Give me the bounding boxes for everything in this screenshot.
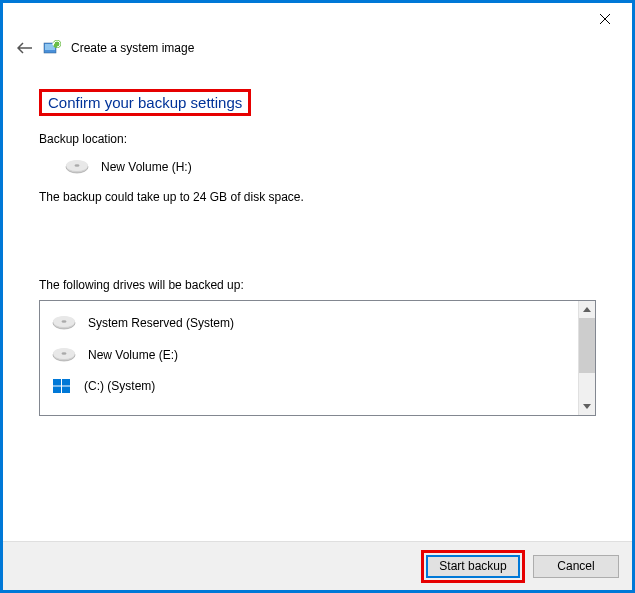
size-info: The backup could take up to 24 GB of dis…	[39, 190, 596, 204]
titlebar	[3, 3, 632, 35]
drives-label: The following drives will be backed up:	[39, 278, 596, 292]
scroll-track[interactable]	[579, 373, 595, 398]
drive-name: New Volume (E:)	[88, 348, 178, 362]
drive-name: (C:) (System)	[84, 379, 155, 393]
backup-location-label: Backup location:	[39, 132, 596, 146]
svg-rect-16	[62, 379, 70, 386]
heading-highlight: Confirm your backup settings	[39, 89, 251, 116]
svg-rect-17	[53, 387, 61, 394]
drive-icon	[52, 346, 76, 364]
start-backup-highlight: Start backup	[421, 550, 525, 583]
drives-list-inner: System Reserved (System) New Volume (E:)…	[40, 301, 578, 415]
footer: Start backup Cancel	[3, 541, 632, 590]
svg-point-8	[75, 164, 80, 166]
drive-icon	[52, 314, 76, 332]
drives-list: System Reserved (System) New Volume (E:)…	[39, 300, 596, 416]
drive-name: System Reserved (System)	[88, 316, 234, 330]
svg-rect-18	[62, 387, 70, 394]
list-item[interactable]: (C:) (System)	[48, 371, 570, 401]
scroll-thumb[interactable]	[579, 318, 595, 373]
content-area: Confirm your backup settings Backup loca…	[3, 67, 632, 416]
heading: Confirm your backup settings	[48, 94, 242, 111]
system-image-icon	[43, 39, 61, 57]
drive-icon	[65, 158, 89, 176]
scroll-up-button[interactable]	[579, 301, 595, 318]
svg-point-14	[62, 352, 67, 354]
scroll-down-button[interactable]	[579, 398, 595, 415]
start-backup-button[interactable]: Start backup	[426, 555, 520, 578]
back-button[interactable]	[17, 40, 33, 56]
svg-rect-15	[53, 379, 61, 386]
svg-marker-20	[583, 404, 591, 409]
close-button[interactable]	[590, 7, 620, 31]
list-item[interactable]: New Volume (E:)	[48, 339, 570, 371]
cancel-button[interactable]: Cancel	[533, 555, 619, 578]
backup-location-row: New Volume (H:)	[39, 158, 596, 176]
svg-point-11	[62, 320, 67, 322]
svg-marker-19	[583, 307, 591, 312]
scrollbar[interactable]	[578, 301, 595, 415]
backup-location-name: New Volume (H:)	[101, 160, 192, 174]
list-item[interactable]: System Reserved (System)	[48, 307, 570, 339]
header: Create a system image	[3, 35, 632, 67]
windows-icon	[52, 378, 72, 394]
page-title: Create a system image	[71, 41, 194, 55]
